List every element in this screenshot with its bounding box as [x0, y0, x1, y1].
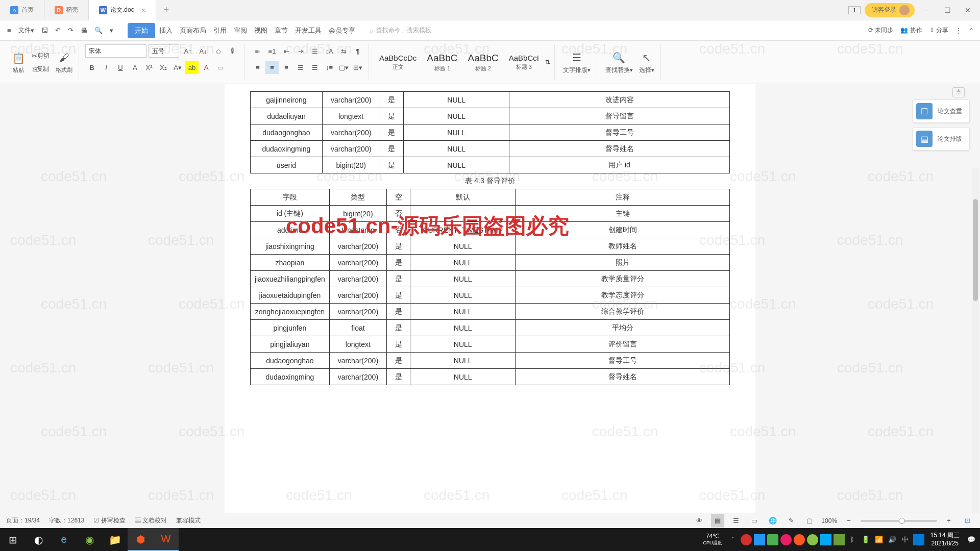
bullets-icon[interactable]: ≡·	[251, 44, 264, 58]
search-input[interactable]: ⌕查找命令、搜索模板	[370, 26, 431, 35]
distribute-icon[interactable]: ☰	[308, 61, 322, 74]
underline-button[interactable]: U	[114, 61, 127, 74]
tray-6-icon[interactable]	[807, 534, 818, 545]
text-direction-icon[interactable]: ↕A	[323, 44, 336, 58]
style-h2[interactable]: AaBbC标题 2	[464, 52, 503, 73]
fit-icon[interactable]: ▢	[803, 514, 816, 528]
tray-up-icon[interactable]: ˄	[727, 534, 739, 545]
side-format[interactable]: ▤论文排版	[913, 127, 970, 151]
document-page[interactable]: gaijinneirongvarchar(200)是NULL改进内容dudaol…	[225, 84, 755, 528]
menu-ref[interactable]: 引用	[210, 23, 230, 38]
sort-icon[interactable]: ☰	[308, 44, 322, 58]
preview-icon[interactable]: 🔍	[91, 23, 106, 38]
page-indicator[interactable]: 页面：19/34	[6, 516, 40, 525]
indent-inc-icon[interactable]: ⇥	[294, 44, 307, 58]
ime-icon[interactable]: 中	[900, 534, 911, 545]
menu-view[interactable]: 视图	[251, 23, 271, 38]
styles-more-icon[interactable]: ⇅	[545, 59, 550, 66]
menu-chapter[interactable]: 章节	[272, 23, 291, 38]
font-select[interactable]	[85, 44, 146, 58]
menu-start[interactable]: 开始	[128, 23, 155, 38]
tab-icon[interactable]: ⇆	[337, 44, 350, 58]
collab-button[interactable]: 👥 协作	[900, 26, 922, 35]
bold-button[interactable]: B	[85, 61, 99, 74]
superscript-button[interactable]: X²	[142, 61, 156, 74]
edit-icon[interactable]: ✎	[785, 514, 798, 528]
justify-icon[interactable]: ☰	[294, 61, 307, 74]
print-icon[interactable]: 🖶	[78, 23, 90, 38]
view-outline-icon[interactable]: ☰	[729, 514, 743, 528]
clear-format-icon[interactable]: ◇	[212, 44, 225, 58]
shading-icon[interactable]: ▢▾	[337, 61, 350, 74]
minimize-button[interactable]: —	[919, 0, 935, 20]
tab-add[interactable]: +	[156, 5, 177, 15]
start-icon[interactable]: ⊞	[0, 528, 26, 551]
save-icon[interactable]: 🖫	[38, 23, 51, 38]
tab-document[interactable]: W论文.doc×	[89, 0, 156, 20]
view-eye-icon[interactable]: 👁	[693, 514, 706, 528]
menu-review[interactable]: 审阅	[231, 23, 250, 38]
tray-7-icon[interactable]	[820, 534, 831, 545]
select-button[interactable]: ↖选择▾	[637, 51, 656, 74]
redo-icon[interactable]: ↷	[65, 23, 77, 38]
side-check[interactable]: ☐论文查重	[913, 99, 970, 123]
scrollbar-vertical[interactable]	[972, 168, 979, 528]
menu-member[interactable]: 会员专享	[326, 23, 358, 38]
marks-icon[interactable]: ¶	[351, 44, 364, 58]
tab-home[interactable]: ⌂首页	[0, 0, 44, 20]
cut-button[interactable]: ✂ 剪切	[30, 49, 52, 62]
tray-5-icon[interactable]	[794, 534, 805, 545]
word-count[interactable]: 字数：12613	[49, 516, 84, 525]
zoom-slider[interactable]	[861, 520, 937, 522]
brush-button[interactable]: 🖌格式刷	[54, 51, 75, 74]
text-effect-button[interactable]: A▾	[171, 61, 184, 74]
paste-button[interactable]: 📋粘贴	[9, 51, 28, 74]
workspace-indicator[interactable]: 1	[848, 6, 861, 14]
proof-read[interactable]: ▤ 文档校对	[135, 516, 167, 525]
tray-1-icon[interactable]	[741, 534, 752, 545]
zoom-value[interactable]: 100%	[821, 517, 837, 524]
find-replace-button[interactable]: 🔍查找替换▾	[603, 51, 635, 74]
fullscreen-icon[interactable]: ⊡	[961, 514, 974, 528]
style-h1[interactable]: AaBbC标题 1	[423, 52, 461, 73]
char-border-button[interactable]: ▭	[214, 61, 227, 74]
zoom-in-icon[interactable]: +	[942, 514, 955, 528]
view-web-icon[interactable]: 🌐	[766, 514, 779, 528]
task-wps[interactable]: W	[153, 528, 179, 551]
strike-button[interactable]: A̶	[128, 61, 141, 74]
task-app1[interactable]: ⬢	[128, 528, 153, 551]
menu-insert[interactable]: 插入	[156, 23, 176, 38]
borders-icon[interactable]: ⊞▾	[351, 61, 364, 74]
view-read-icon[interactable]: ▭	[748, 514, 761, 528]
task-obs[interactable]: ◐	[26, 528, 51, 551]
task-explorer[interactable]: 📁	[102, 528, 128, 551]
close-button[interactable]: ✕	[960, 0, 976, 20]
text-layout-button[interactable]: ☰文字排版▾	[561, 51, 593, 74]
copy-button[interactable]: ⎘ 复制	[30, 62, 52, 76]
align-right-icon[interactable]: ≡	[280, 61, 293, 74]
tab-app[interactable]: D稻壳	[44, 0, 89, 20]
collapse-ribbon-icon[interactable]: ⌃	[969, 27, 974, 34]
tray-4-icon[interactable]	[780, 534, 792, 545]
task-ie[interactable]: e	[51, 528, 77, 551]
menu-dev[interactable]: 开发工具	[292, 23, 325, 38]
more-icon[interactable]: ⋮	[955, 27, 962, 34]
tray-8-icon[interactable]	[834, 534, 845, 545]
align-left-icon[interactable]: ≡	[251, 61, 264, 74]
scroll-thumb[interactable]	[973, 199, 978, 301]
menu-layout[interactable]: 页面布局	[177, 23, 209, 38]
clock[interactable]: 15:14 周三2021/8/25	[926, 532, 964, 547]
notifications-icon[interactable]: 💬	[966, 534, 977, 545]
size-select[interactable]	[149, 44, 179, 58]
maximize-button[interactable]: ☐	[939, 0, 955, 20]
view-page-icon[interactable]: ▤	[711, 514, 724, 528]
task-browser[interactable]: ◉	[77, 528, 102, 551]
grow-font-icon[interactable]: A↑	[181, 44, 194, 58]
menu-icon[interactable]: ≡	[4, 23, 14, 38]
spell-check[interactable]: ☑ 拼写检查	[93, 516, 125, 525]
zoom-out-icon[interactable]: −	[842, 514, 855, 528]
style-h3[interactable]: AaBbCcI标题 3	[505, 53, 543, 72]
tray-2-icon[interactable]	[754, 534, 765, 545]
volume-icon[interactable]: 🔊	[887, 534, 898, 545]
bluetooth-icon[interactable]: ᛒ	[847, 534, 858, 545]
